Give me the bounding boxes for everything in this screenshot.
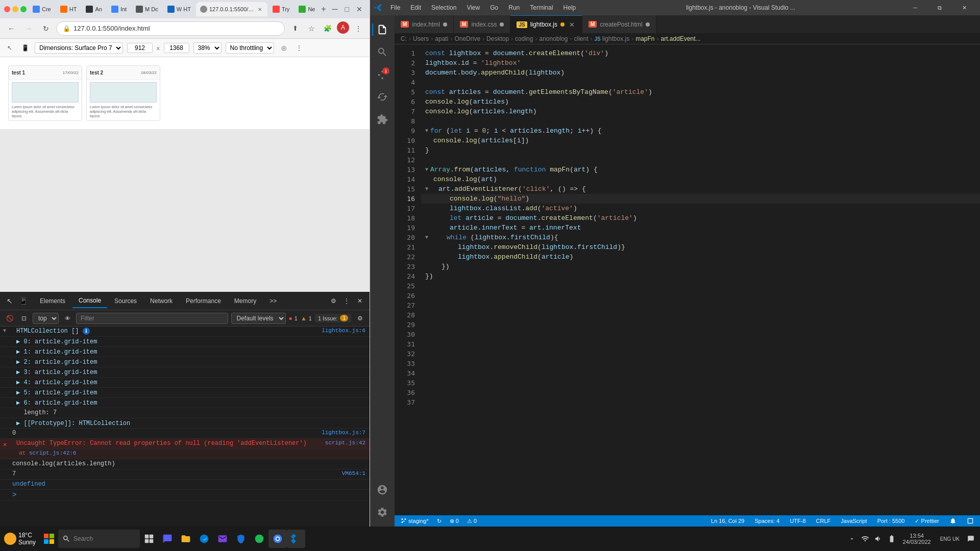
menu-edit[interactable]: Edit bbox=[408, 3, 423, 12]
statusbar-line-col[interactable]: Ln 16, Col 29 bbox=[709, 518, 746, 524]
activity-debug[interactable] bbox=[372, 87, 393, 107]
device-select[interactable]: Dimensions: Surface Pro 7 bbox=[35, 42, 123, 54]
browser-tab-cre[interactable]: Cre bbox=[29, 2, 55, 16]
statusbar-sync[interactable]: ↻ bbox=[435, 518, 444, 524]
editor-tab-lightboxjs[interactable]: JS lightbox.js ✕ bbox=[510, 15, 582, 33]
menu-icon[interactable]: ⋮ bbox=[351, 21, 365, 36]
editor-tab-indexcss[interactable]: M index.css bbox=[454, 15, 510, 33]
breadcrumb-apati[interactable]: apati bbox=[435, 35, 448, 42]
taskbar-chrome-btn[interactable] bbox=[268, 530, 287, 548]
menu-run[interactable]: Run bbox=[506, 3, 522, 12]
breadcrumb-anonoblog[interactable]: anonoblog bbox=[539, 35, 568, 42]
statusbar-encoding[interactable]: UTF-8 bbox=[788, 518, 807, 524]
breadcrumb-addeventlistener[interactable]: art.addEvent... bbox=[661, 35, 701, 42]
tab-close-btn[interactable]: ✕ bbox=[256, 6, 263, 13]
console-levels-select[interactable]: Default levels bbox=[231, 313, 286, 324]
statusbar-line-ending[interactable]: CRLF bbox=[814, 518, 833, 524]
statusbar-warnings[interactable]: ⚠ 0 bbox=[465, 518, 479, 524]
console-source-vm[interactable]: VM654:1 bbox=[342, 470, 365, 477]
width-input[interactable] bbox=[127, 43, 153, 53]
fold-icon-15[interactable]: ▼ bbox=[425, 184, 428, 194]
menu-help[interactable]: Help bbox=[561, 3, 578, 12]
bookmark-icon[interactable]: ☆ bbox=[304, 21, 318, 36]
statusbar-layout[interactable] bbox=[965, 517, 976, 524]
devtools-tab-performance[interactable]: Performance bbox=[180, 294, 227, 308]
browser-tab-an[interactable]: An bbox=[82, 2, 106, 16]
browser-tab-wht[interactable]: W HT bbox=[163, 2, 195, 16]
taskbar-mail-btn[interactable] bbox=[213, 530, 232, 548]
win-min-btn[interactable] bbox=[12, 6, 18, 12]
throttle-select[interactable]: No throttling bbox=[226, 42, 274, 54]
tray-notification[interactable] bbox=[966, 534, 976, 544]
new-tab-btn[interactable]: + bbox=[320, 2, 327, 16]
height-input[interactable] bbox=[164, 43, 189, 53]
browser-tab-mdc[interactable]: M Dc bbox=[132, 2, 162, 16]
start-button[interactable] bbox=[40, 530, 58, 548]
activity-account[interactable] bbox=[372, 480, 393, 500]
activity-extensions[interactable] bbox=[372, 109, 393, 130]
clock-widget[interactable]: 13:54 24/03/2022 bbox=[900, 533, 934, 545]
statusbar-language[interactable]: JavaScript bbox=[839, 518, 869, 524]
devtools-tab-sources[interactable]: Sources bbox=[108, 294, 143, 308]
device-toolbar-menu[interactable]: ⋮ bbox=[293, 42, 305, 54]
browser-close-btn[interactable]: ✕ bbox=[353, 5, 365, 13]
win-close-btn[interactable] bbox=[4, 6, 10, 12]
issues-btn[interactable]: 1 Issue: 1 bbox=[315, 314, 351, 322]
editor-tab-indexhtml[interactable]: M index.html bbox=[395, 15, 454, 33]
breadcrumb-desktop[interactable]: Desktop bbox=[486, 35, 509, 42]
tray-chevron[interactable] bbox=[847, 534, 857, 544]
pointer-toggle-btn[interactable]: ↖ bbox=[4, 42, 15, 54]
back-btn[interactable]: ← bbox=[4, 21, 18, 36]
menu-selection[interactable]: Selection bbox=[429, 3, 458, 12]
console-filter-input[interactable] bbox=[76, 313, 228, 324]
tray-network[interactable] bbox=[860, 534, 870, 544]
breadcrumb-users[interactable]: Users bbox=[413, 35, 429, 42]
activity-search[interactable] bbox=[372, 42, 393, 62]
fold-icon-9[interactable]: ▼ bbox=[425, 126, 428, 136]
vscode-minimize-btn[interactable]: ─ bbox=[903, 0, 927, 15]
vscode-restore-btn[interactable]: ⧉ bbox=[928, 0, 951, 15]
browser-tab-active[interactable]: 127.0.0.1:5500/index.html ✕ bbox=[196, 2, 267, 16]
menu-file[interactable]: File bbox=[388, 3, 402, 12]
menu-view[interactable]: View bbox=[464, 3, 482, 12]
console-source-lightboxjs6[interactable]: lightbox.js:6 bbox=[322, 328, 365, 334]
taskbar-spotify-btn[interactable] bbox=[250, 530, 268, 548]
taskbar-malwarebytes-btn[interactable] bbox=[232, 530, 250, 548]
device-toggle-btn[interactable]: 📱 bbox=[19, 42, 31, 54]
extensions-icon[interactable]: 🧩 bbox=[321, 21, 335, 36]
profile-icon[interactable]: A bbox=[337, 21, 349, 34]
lang-widget[interactable]: ENG UK bbox=[937, 536, 963, 542]
statusbar-notifications[interactable] bbox=[947, 517, 959, 524]
activity-explorer[interactable] bbox=[372, 19, 393, 40]
browser-tab-ht1[interactable]: HT bbox=[56, 2, 81, 16]
devtools-tab-memory[interactable]: Memory bbox=[228, 294, 262, 308]
breadcrumb-lightboxjs[interactable]: JSlightbox.js bbox=[595, 35, 630, 42]
breadcrumb-mapfn[interactable]: mapFn bbox=[635, 35, 654, 42]
editor-tab-createpost[interactable]: M createPost.html bbox=[582, 15, 656, 33]
taskbar-chat-btn[interactable] bbox=[158, 530, 177, 548]
console-clear-btn[interactable]: 🚫 bbox=[4, 313, 15, 324]
console-source-lightboxjs7[interactable]: lightbox.js:7 bbox=[322, 430, 365, 436]
fold-icon[interactable]: ▼ bbox=[3, 328, 6, 334]
devtools-tab-network[interactable]: Network bbox=[144, 294, 179, 308]
devtools-settings-btn[interactable]: ⚙ bbox=[328, 295, 339, 307]
menu-go[interactable]: Go bbox=[488, 3, 500, 12]
fold-icon-20[interactable]: ▼ bbox=[425, 233, 428, 242]
activity-settings[interactable] bbox=[372, 502, 393, 522]
console-preserve-btn[interactable]: ⊡ bbox=[18, 313, 30, 324]
task-view-btn[interactable] bbox=[140, 530, 158, 548]
taskbar-vscode-btn[interactable] bbox=[287, 530, 305, 548]
breadcrumb-client[interactable]: client bbox=[574, 35, 589, 42]
vscode-close-btn[interactable]: ✕ bbox=[952, 0, 976, 15]
console-source-scriptjs42[interactable]: script.js:42 bbox=[325, 440, 365, 446]
browser-tab-ne[interactable]: Ne bbox=[295, 2, 319, 16]
statusbar-prettier[interactable]: ✓ Prettier bbox=[913, 518, 941, 524]
device-mode-btn[interactable]: 📱 bbox=[17, 295, 29, 307]
taskbar-search-btn[interactable]: Search bbox=[58, 530, 140, 548]
tab-close-lightboxjs[interactable]: ✕ bbox=[568, 20, 576, 29]
browser-restore-btn[interactable]: □ bbox=[342, 5, 352, 13]
devtools-more-btn[interactable]: ⋮ bbox=[341, 295, 352, 307]
browser-tab-int[interactable]: Int bbox=[107, 2, 131, 16]
statusbar-branch[interactable]: staging* bbox=[399, 518, 431, 524]
forward-btn[interactable]: → bbox=[21, 21, 36, 36]
